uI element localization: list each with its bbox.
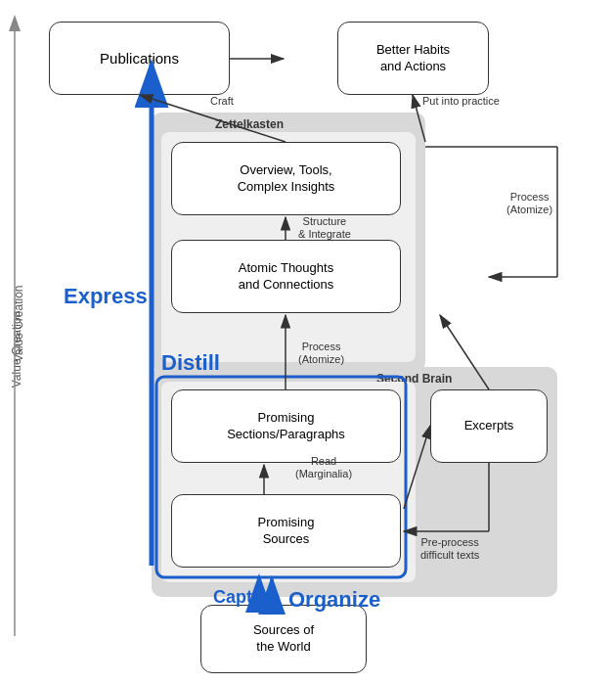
overview-tools-box: Overview, Tools,Complex Insights xyxy=(171,142,401,215)
organize-label: Organize xyxy=(288,587,380,613)
better-habits-box: Better Habitsand Actions xyxy=(337,22,489,95)
zettelkasten-label: Zettelkasten xyxy=(215,117,284,131)
promising-sections-box: PromisingSections/Paragraphs xyxy=(171,389,401,463)
process-atomize-top-label: Process(Atomize) xyxy=(506,191,552,216)
put-into-practice-label: Put into practice xyxy=(422,95,500,108)
capture-label: Capture xyxy=(213,587,280,608)
promising-sources-box: PromisingSources xyxy=(171,494,401,568)
diagram-container: Value Creation Value Creation Second Bra… xyxy=(0,0,616,684)
structure-integrate-label: Structure& Integrate xyxy=(298,215,351,241)
express-label: Express xyxy=(64,284,148,309)
svg-marker-1 xyxy=(9,15,21,31)
pre-process-label: Pre-processdifficult texts xyxy=(420,536,479,562)
publications-box: Publications xyxy=(49,22,230,95)
distill-label: Distill xyxy=(161,350,220,376)
read-marginalia-label: Read(Marginalia) xyxy=(295,455,352,480)
excerpts-box: Excerpts xyxy=(430,389,548,463)
sources-of-world-box: Sources ofthe World xyxy=(200,605,367,673)
craft-label: Craft xyxy=(210,95,234,108)
atomic-thoughts-box: Atomic Thoughtsand Connections xyxy=(171,240,401,313)
process-atomize-bottom-label: Process(Atomize) xyxy=(298,341,344,366)
value-creation-text: Value Creation xyxy=(12,286,25,363)
